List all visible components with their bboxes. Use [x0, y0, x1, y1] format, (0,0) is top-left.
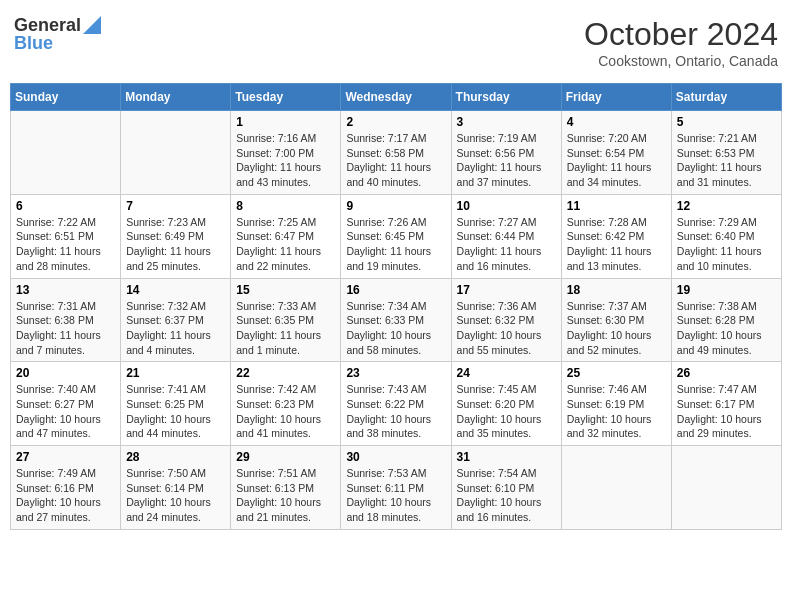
day-info: Sunrise: 7:50 AMSunset: 6:14 PMDaylight:…: [126, 466, 225, 525]
day-info: Sunrise: 7:27 AMSunset: 6:44 PMDaylight:…: [457, 215, 556, 274]
logo-triangle-icon: [83, 16, 101, 34]
day-info: Sunrise: 7:16 AMSunset: 7:00 PMDaylight:…: [236, 131, 335, 190]
calendar-cell: 17Sunrise: 7:36 AMSunset: 6:32 PMDayligh…: [451, 278, 561, 362]
day-info: Sunrise: 7:40 AMSunset: 6:27 PMDaylight:…: [16, 382, 115, 441]
day-info: Sunrise: 7:19 AMSunset: 6:56 PMDaylight:…: [457, 131, 556, 190]
header-wednesday: Wednesday: [341, 84, 451, 111]
header-saturday: Saturday: [671, 84, 781, 111]
day-number: 7: [126, 199, 225, 213]
day-number: 30: [346, 450, 445, 464]
day-number: 31: [457, 450, 556, 464]
day-number: 18: [567, 283, 666, 297]
day-info: Sunrise: 7:32 AMSunset: 6:37 PMDaylight:…: [126, 299, 225, 358]
logo-blue-text: Blue: [14, 34, 53, 52]
day-info: Sunrise: 7:33 AMSunset: 6:35 PMDaylight:…: [236, 299, 335, 358]
day-info: Sunrise: 7:17 AMSunset: 6:58 PMDaylight:…: [346, 131, 445, 190]
calendar-cell: 30Sunrise: 7:53 AMSunset: 6:11 PMDayligh…: [341, 446, 451, 530]
day-info: Sunrise: 7:41 AMSunset: 6:25 PMDaylight:…: [126, 382, 225, 441]
day-number: 21: [126, 366, 225, 380]
day-info: Sunrise: 7:31 AMSunset: 6:38 PMDaylight:…: [16, 299, 115, 358]
calendar-cell: [561, 446, 671, 530]
day-number: 9: [346, 199, 445, 213]
calendar-cell: 26Sunrise: 7:47 AMSunset: 6:17 PMDayligh…: [671, 362, 781, 446]
day-info: Sunrise: 7:51 AMSunset: 6:13 PMDaylight:…: [236, 466, 335, 525]
day-info: Sunrise: 7:28 AMSunset: 6:42 PMDaylight:…: [567, 215, 666, 274]
calendar-week-row: 20Sunrise: 7:40 AMSunset: 6:27 PMDayligh…: [11, 362, 782, 446]
day-info: Sunrise: 7:53 AMSunset: 6:11 PMDaylight:…: [346, 466, 445, 525]
calendar-cell: 27Sunrise: 7:49 AMSunset: 6:16 PMDayligh…: [11, 446, 121, 530]
day-info: Sunrise: 7:20 AMSunset: 6:54 PMDaylight:…: [567, 131, 666, 190]
day-info: Sunrise: 7:45 AMSunset: 6:20 PMDaylight:…: [457, 382, 556, 441]
day-number: 10: [457, 199, 556, 213]
calendar-cell: 12Sunrise: 7:29 AMSunset: 6:40 PMDayligh…: [671, 194, 781, 278]
day-info: Sunrise: 7:36 AMSunset: 6:32 PMDaylight:…: [457, 299, 556, 358]
day-number: 25: [567, 366, 666, 380]
calendar-cell: 5Sunrise: 7:21 AMSunset: 6:53 PMDaylight…: [671, 111, 781, 195]
day-number: 14: [126, 283, 225, 297]
calendar-table: SundayMondayTuesdayWednesdayThursdayFrid…: [10, 83, 782, 530]
calendar-cell: 31Sunrise: 7:54 AMSunset: 6:10 PMDayligh…: [451, 446, 561, 530]
day-number: 26: [677, 366, 776, 380]
day-info: Sunrise: 7:23 AMSunset: 6:49 PMDaylight:…: [126, 215, 225, 274]
day-number: 5: [677, 115, 776, 129]
calendar-cell: 19Sunrise: 7:38 AMSunset: 6:28 PMDayligh…: [671, 278, 781, 362]
calendar-cell: [11, 111, 121, 195]
day-number: 24: [457, 366, 556, 380]
day-number: 13: [16, 283, 115, 297]
page-header: General Blue October 2024 Cookstown, Ont…: [10, 10, 782, 75]
day-info: Sunrise: 7:34 AMSunset: 6:33 PMDaylight:…: [346, 299, 445, 358]
day-number: 6: [16, 199, 115, 213]
day-number: 20: [16, 366, 115, 380]
calendar-cell: 4Sunrise: 7:20 AMSunset: 6:54 PMDaylight…: [561, 111, 671, 195]
day-number: 15: [236, 283, 335, 297]
day-number: 22: [236, 366, 335, 380]
calendar-cell: 29Sunrise: 7:51 AMSunset: 6:13 PMDayligh…: [231, 446, 341, 530]
header-tuesday: Tuesday: [231, 84, 341, 111]
calendar-week-row: 27Sunrise: 7:49 AMSunset: 6:16 PMDayligh…: [11, 446, 782, 530]
day-number: 12: [677, 199, 776, 213]
day-info: Sunrise: 7:21 AMSunset: 6:53 PMDaylight:…: [677, 131, 776, 190]
day-number: 28: [126, 450, 225, 464]
day-info: Sunrise: 7:46 AMSunset: 6:19 PMDaylight:…: [567, 382, 666, 441]
calendar-cell: 28Sunrise: 7:50 AMSunset: 6:14 PMDayligh…: [121, 446, 231, 530]
calendar-cell: 8Sunrise: 7:25 AMSunset: 6:47 PMDaylight…: [231, 194, 341, 278]
calendar-cell: 16Sunrise: 7:34 AMSunset: 6:33 PMDayligh…: [341, 278, 451, 362]
calendar-cell: 24Sunrise: 7:45 AMSunset: 6:20 PMDayligh…: [451, 362, 561, 446]
calendar-cell: 13Sunrise: 7:31 AMSunset: 6:38 PMDayligh…: [11, 278, 121, 362]
day-number: 3: [457, 115, 556, 129]
header-thursday: Thursday: [451, 84, 561, 111]
day-number: 11: [567, 199, 666, 213]
calendar-week-row: 6Sunrise: 7:22 AMSunset: 6:51 PMDaylight…: [11, 194, 782, 278]
calendar-cell: 3Sunrise: 7:19 AMSunset: 6:56 PMDaylight…: [451, 111, 561, 195]
calendar-cell: 18Sunrise: 7:37 AMSunset: 6:30 PMDayligh…: [561, 278, 671, 362]
month-title: October 2024: [584, 16, 778, 53]
title-section: October 2024 Cookstown, Ontario, Canada: [584, 16, 778, 69]
day-number: 29: [236, 450, 335, 464]
location-text: Cookstown, Ontario, Canada: [584, 53, 778, 69]
day-info: Sunrise: 7:25 AMSunset: 6:47 PMDaylight:…: [236, 215, 335, 274]
calendar-cell: 6Sunrise: 7:22 AMSunset: 6:51 PMDaylight…: [11, 194, 121, 278]
day-info: Sunrise: 7:26 AMSunset: 6:45 PMDaylight:…: [346, 215, 445, 274]
calendar-cell: 9Sunrise: 7:26 AMSunset: 6:45 PMDaylight…: [341, 194, 451, 278]
calendar-cell: 15Sunrise: 7:33 AMSunset: 6:35 PMDayligh…: [231, 278, 341, 362]
calendar-cell: 23Sunrise: 7:43 AMSunset: 6:22 PMDayligh…: [341, 362, 451, 446]
calendar-cell: 10Sunrise: 7:27 AMSunset: 6:44 PMDayligh…: [451, 194, 561, 278]
calendar-cell: 7Sunrise: 7:23 AMSunset: 6:49 PMDaylight…: [121, 194, 231, 278]
header-sunday: Sunday: [11, 84, 121, 111]
calendar-cell: 20Sunrise: 7:40 AMSunset: 6:27 PMDayligh…: [11, 362, 121, 446]
calendar-cell: 25Sunrise: 7:46 AMSunset: 6:19 PMDayligh…: [561, 362, 671, 446]
day-info: Sunrise: 7:37 AMSunset: 6:30 PMDaylight:…: [567, 299, 666, 358]
logo-general-text: General: [14, 16, 81, 34]
calendar-cell: 2Sunrise: 7:17 AMSunset: 6:58 PMDaylight…: [341, 111, 451, 195]
day-info: Sunrise: 7:54 AMSunset: 6:10 PMDaylight:…: [457, 466, 556, 525]
day-info: Sunrise: 7:38 AMSunset: 6:28 PMDaylight:…: [677, 299, 776, 358]
calendar-week-row: 1Sunrise: 7:16 AMSunset: 7:00 PMDaylight…: [11, 111, 782, 195]
calendar-cell: [671, 446, 781, 530]
calendar-cell: 1Sunrise: 7:16 AMSunset: 7:00 PMDaylight…: [231, 111, 341, 195]
day-number: 4: [567, 115, 666, 129]
day-number: 27: [16, 450, 115, 464]
header-monday: Monday: [121, 84, 231, 111]
calendar-cell: [121, 111, 231, 195]
day-info: Sunrise: 7:47 AMSunset: 6:17 PMDaylight:…: [677, 382, 776, 441]
day-number: 8: [236, 199, 335, 213]
